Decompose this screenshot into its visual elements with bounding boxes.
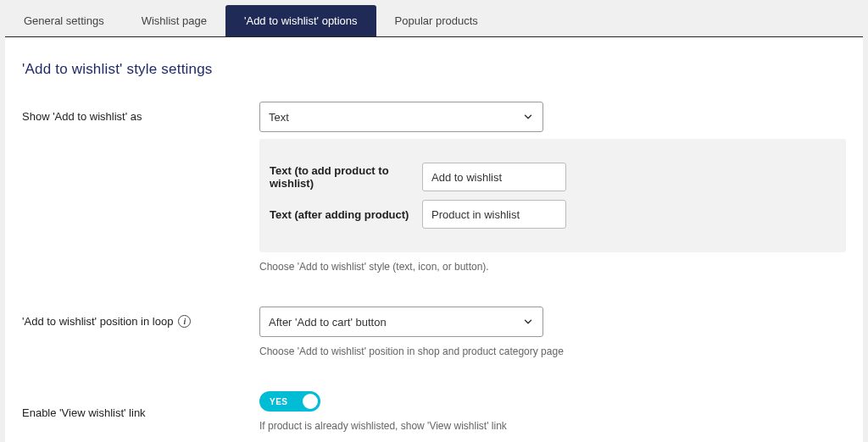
settings-panel: 'Add to wishlist' style settings Show 'A… xyxy=(5,37,863,442)
text-add-input[interactable] xyxy=(422,163,566,191)
chevron-down-icon xyxy=(522,111,534,123)
show-as-label: Show 'Add to wishlist' as xyxy=(22,102,259,123)
enable-link-hint: If product is already wishlisted, show '… xyxy=(259,420,846,432)
toggle-yes-label: YES xyxy=(270,397,288,406)
enable-link-label: Enable 'View wishlist' link xyxy=(22,391,259,419)
enable-link-toggle[interactable]: YES xyxy=(259,391,320,412)
position-select[interactable]: After 'Add to cart' button xyxy=(259,307,543,337)
show-as-value: Text xyxy=(269,111,289,124)
info-icon[interactable]: i xyxy=(178,315,191,328)
text-add-label: Text (to add product to wishlist) xyxy=(270,164,422,190)
section-title: 'Add to wishlist' style settings xyxy=(22,61,846,78)
tab-popular-products[interactable]: Popular products xyxy=(376,5,497,36)
position-value: After 'Add to cart' button xyxy=(269,316,387,329)
show-as-select[interactable]: Text xyxy=(259,102,543,132)
show-as-hint: Choose 'Add to wishlist' style (text, ic… xyxy=(259,261,846,273)
tab-wishlist-page[interactable]: Wishlist page xyxy=(123,5,225,36)
text-options-panel: Text (to add product to wishlist) Text (… xyxy=(259,139,846,252)
settings-tabs: General settings Wishlist page 'Add to w… xyxy=(5,5,863,37)
text-after-label: Text (after adding product) xyxy=(270,208,422,221)
chevron-down-icon xyxy=(522,316,534,328)
toggle-knob xyxy=(303,394,318,409)
position-label: 'Add to wishlist' position in loop xyxy=(22,315,173,328)
tab-general-settings[interactable]: General settings xyxy=(5,5,123,36)
text-after-input[interactable] xyxy=(422,200,566,229)
position-hint: Choose 'Add to wishlist' position in sho… xyxy=(259,345,846,357)
tab-add-to-wishlist-options[interactable]: 'Add to wishlist' options xyxy=(225,5,376,36)
